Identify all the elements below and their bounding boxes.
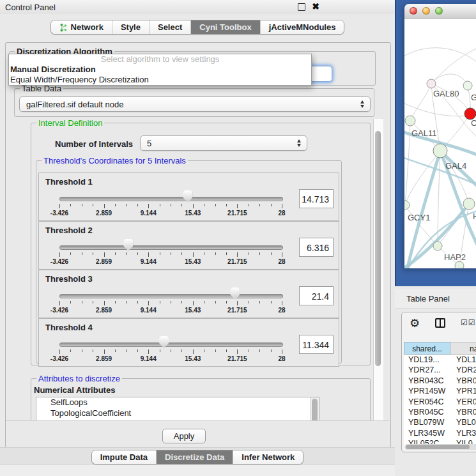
threshold-value-field[interactable]: 6.316	[299, 238, 334, 257]
attributes-scrollbar[interactable]	[310, 397, 319, 420]
threshold-label: Threshold 1	[45, 177, 93, 187]
slider-axis-label: 9.144	[141, 355, 157, 362]
network-node-gcy1[interactable]	[404, 201, 410, 210]
zoom-traffic-light-icon[interactable]	[435, 7, 443, 15]
table-cell[interactable]: YDL1	[450, 355, 476, 365]
algorithm-dropdown-popup: Select algorithm to view settings Manual…	[8, 54, 312, 86]
table-row[interactable]: YER054CYER0	[404, 397, 476, 407]
table-row[interactable]: YDL19...YDL1	[404, 355, 476, 365]
slider-track[interactable]	[59, 245, 283, 250]
popup-item-equal-width-frequency[interactable]: Equal Width/Frequency Discretization	[9, 75, 311, 85]
close-icon[interactable]: ✖	[312, 1, 319, 12]
slider-axis-label: 15.43	[185, 210, 201, 217]
popup-item-manual-discretization[interactable]: Manual Discretization	[9, 65, 311, 75]
tab-network[interactable]: Network	[51, 20, 112, 34]
threshold-value-field[interactable]: 14.713	[299, 189, 334, 208]
slider-track[interactable]	[59, 197, 283, 201]
attribute-item[interactable]: SelfLoops	[36, 397, 319, 408]
slider-tick	[59, 349, 60, 354]
float-window-icon[interactable]	[298, 3, 305, 11]
table-row[interactable]: YBR045CYBR0	[404, 407, 476, 417]
checkbox-icons[interactable]: ☑☑	[461, 318, 476, 327]
table-row[interactable]: YPR145WYPR1	[404, 386, 476, 396]
network-node-gal4[interactable]	[433, 144, 447, 158]
table-cell[interactable]: YDL19...	[404, 355, 450, 365]
slider-tick	[148, 252, 149, 257]
slider-tick	[126, 349, 127, 352]
table-cell[interactable]: YBL0	[450, 417, 476, 427]
table-row[interactable]: YBR043CYBR0	[404, 376, 476, 386]
bottom-tab-impute-data[interactable]: Impute Data	[92, 450, 156, 464]
slider-tick	[104, 301, 105, 305]
threshold-panel-1: Threshold 1-3.4262.8599.14415.4321.71528…	[38, 173, 339, 221]
slider-axis-label: -3.426	[50, 355, 68, 362]
column-header-shared-name[interactable]: shared...	[404, 342, 450, 355]
tab-jactivemnodules[interactable]: jActiveMNodules	[260, 20, 344, 34]
table-cell[interactable]: YDR27...	[404, 365, 450, 375]
apply-button[interactable]: Apply	[162, 429, 206, 443]
slider-tick	[126, 301, 127, 303]
bottom-tab-infer-network[interactable]: Infer Network	[233, 450, 303, 464]
split-view-icon[interactable]	[435, 318, 445, 328]
network-node-gal80[interactable]	[427, 79, 436, 88]
slider-track[interactable]	[59, 342, 283, 347]
threshold-panel-4: Threshold 4-3.4262.8599.14415.4321.71528…	[38, 318, 339, 367]
slider-tick	[59, 301, 60, 305]
column-header-name[interactable]: na	[450, 342, 476, 355]
slider-axis-label: 9.144	[141, 307, 157, 314]
table-cell[interactable]: YER0	[450, 397, 476, 407]
node-label: C	[471, 118, 476, 128]
table-data-combobox[interactable]: galFiltered.sif default node	[19, 96, 371, 112]
number-of-intervals-combobox[interactable]: 5	[140, 135, 307, 151]
scrollbar-thumb[interactable]	[406, 445, 470, 449]
network-canvas[interactable]: GAL80G.CGAL11GAL4GCY1HHAP2	[404, 19, 476, 268]
table-cell[interactable]: YBR045C	[404, 407, 450, 417]
close-traffic-light-icon[interactable]	[410, 7, 417, 15]
slider-tick	[215, 301, 216, 303]
network-node-h[interactable]	[463, 198, 475, 210]
table-cell[interactable]: YPR1	[450, 386, 476, 396]
tab-select[interactable]: Select	[149, 20, 190, 34]
table-cell[interactable]: YPR145W	[404, 386, 450, 396]
scrollbar-thumb[interactable]	[312, 399, 318, 420]
network-node-g[interactable]	[463, 81, 472, 90]
threshold-label: Threshold 3	[45, 274, 93, 284]
slider-axis-label: 21.715	[227, 210, 247, 217]
network-node-gal11[interactable]	[405, 116, 415, 126]
table-cell[interactable]: YLR345W	[404, 428, 450, 438]
slider-track[interactable]	[59, 294, 283, 298]
network-node-hap2[interactable]	[433, 242, 442, 250]
minimize-traffic-light-icon[interactable]	[422, 7, 430, 15]
horizontal-scrollbar[interactable]	[404, 444, 476, 450]
scrollbar-thumb[interactable]	[375, 131, 381, 366]
numerical-attributes-list[interactable]: SelfLoopsTopologicalCoefficientBetweenne…	[36, 397, 319, 420]
slider-tick	[215, 204, 216, 206]
slider-tick	[204, 349, 204, 352]
table-cell[interactable]: YBR043C	[404, 376, 450, 386]
table-row[interactable]: YDR27...YDR2	[404, 365, 476, 375]
network-window-titlebar[interactable]	[404, 4, 476, 19]
table-cell[interactable]: YDR2	[450, 365, 476, 375]
table-cell[interactable]: YER054C	[404, 397, 450, 407]
network-view-background: GAL80G.CGAL11GAL4GCY1HHAP2	[395, 0, 476, 286]
gear-icon[interactable]: ⚙	[410, 317, 420, 330]
table-cell[interactable]: YBR0	[450, 407, 476, 417]
network-edge	[405, 151, 440, 205]
slider-axis-label: 9.144	[141, 210, 157, 217]
network-edge	[410, 84, 431, 121]
table-cell[interactable]: YLR3	[450, 428, 476, 438]
threshold-value-field[interactable]: 21.4	[299, 286, 334, 305]
table-row[interactable]: YLR345WYLR3	[404, 428, 476, 438]
attribute-item[interactable]: TopologicalCoefficient	[36, 408, 319, 419]
slider-tick	[249, 252, 249, 255]
vertical-scrollbar[interactable]	[373, 119, 383, 420]
slider-tick	[93, 252, 93, 255]
table-cell[interactable]: YBL079W	[404, 417, 450, 427]
threshold-value-field[interactable]: 11.344	[299, 335, 334, 354]
table-row[interactable]: YBL079WYBL0	[404, 417, 476, 427]
bottom-tab-discretize-data[interactable]: Discretize Data	[156, 450, 233, 464]
table-cell[interactable]: YBR0	[450, 376, 476, 386]
network-node-node-partial[interactable]	[455, 261, 464, 268]
tab-style[interactable]: Style	[112, 20, 149, 34]
tab-cyni-toolbox[interactable]: Cyni Toolbox	[190, 20, 259, 34]
